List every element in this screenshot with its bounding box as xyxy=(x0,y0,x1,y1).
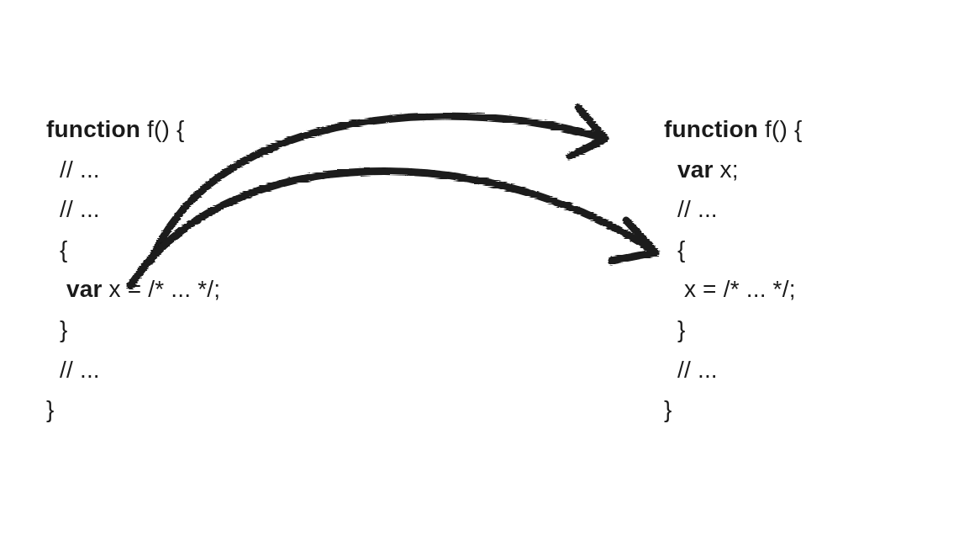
right-l3: // ... xyxy=(664,196,718,222)
left-l4: { xyxy=(46,236,68,262)
right-l1-rest: f() { xyxy=(758,116,803,142)
left-l6: } xyxy=(46,316,68,342)
right-l2-rest: x; xyxy=(714,156,739,183)
kw-var-right: var xyxy=(677,156,714,183)
left-code-block: function f() { // ... // ... { var x = /… xyxy=(46,109,220,430)
left-l3: // ... xyxy=(46,196,100,222)
left-l5-indent xyxy=(46,276,66,302)
left-l2: // ... xyxy=(46,156,100,183)
kw-var-left: var xyxy=(66,276,103,302)
right-code-block: function f() { var x; // ... { x = /* ..… xyxy=(664,109,803,430)
right-l6: } xyxy=(664,316,686,342)
right-l7: // ... xyxy=(664,357,718,383)
right-l8: } xyxy=(664,396,672,422)
right-l5: x = /* ... */; xyxy=(664,276,796,302)
left-l7: // ... xyxy=(46,357,100,383)
left-l8: } xyxy=(46,396,55,422)
left-l5-rest: x = /* ... */; xyxy=(103,276,221,302)
left-l1-rest: f() { xyxy=(140,116,185,142)
right-l4: { xyxy=(664,236,686,262)
diagram-stage: function f() { // ... // ... { var x = /… xyxy=(0,0,980,551)
kw-function-left: function xyxy=(46,116,140,142)
right-l2-indent xyxy=(664,156,677,183)
kw-function-right: function xyxy=(664,116,758,142)
